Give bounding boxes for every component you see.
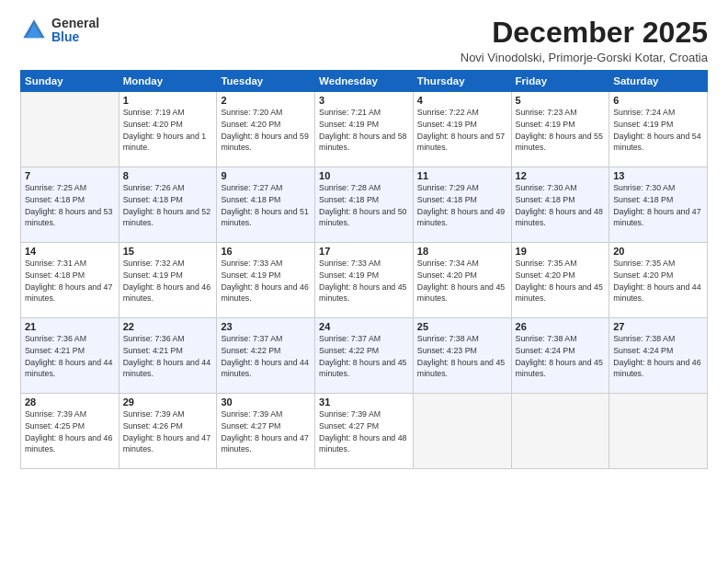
- day-number: 16: [221, 246, 311, 257]
- table-row: 4 Sunrise: 7:22 AMSunset: 4:19 PMDayligh…: [413, 92, 511, 167]
- day-info: Sunrise: 7:39 AMSunset: 4:26 PMDaylight:…: [123, 409, 210, 454]
- day-number: 25: [417, 321, 507, 332]
- table-row: 29 Sunrise: 7:39 AMSunset: 4:26 PMDaylig…: [119, 394, 217, 469]
- day-number: 27: [613, 321, 703, 332]
- day-number: 9: [221, 170, 311, 181]
- day-number: 22: [123, 321, 213, 332]
- day-number: 19: [516, 246, 606, 257]
- table-row: 20 Sunrise: 7:35 AMSunset: 4:20 PMDaylig…: [609, 243, 708, 318]
- calendar-week-row: 1 Sunrise: 7:19 AMSunset: 4:20 PMDayligh…: [21, 92, 708, 167]
- day-info: Sunrise: 7:23 AMSunset: 4:19 PMDaylight:…: [516, 108, 603, 152]
- header: General Blue December 2025 Novi Vinodols…: [20, 17, 708, 64]
- day-number: 24: [319, 321, 409, 332]
- table-row: 16 Sunrise: 7:33 AMSunset: 4:19 PMDaylig…: [217, 243, 315, 318]
- day-info: Sunrise: 7:25 AMSunset: 4:18 PMDaylight:…: [25, 183, 112, 227]
- day-info: Sunrise: 7:38 AMSunset: 4:24 PMDaylight:…: [613, 334, 700, 378]
- table-row: 8 Sunrise: 7:26 AMSunset: 4:18 PMDayligh…: [119, 167, 217, 243]
- day-info: Sunrise: 7:35 AMSunset: 4:20 PMDaylight:…: [516, 259, 603, 303]
- table-row: 7 Sunrise: 7:25 AMSunset: 4:18 PMDayligh…: [21, 167, 119, 243]
- day-info: Sunrise: 7:39 AMSunset: 4:25 PMDaylight:…: [25, 409, 112, 454]
- col-friday: Friday: [511, 71, 609, 92]
- day-number: 4: [417, 95, 507, 106]
- day-info: Sunrise: 7:19 AMSunset: 4:20 PMDaylight:…: [123, 108, 206, 152]
- day-number: 5: [516, 95, 606, 106]
- col-tuesday: Tuesday: [217, 71, 315, 92]
- day-info: Sunrise: 7:29 AMSunset: 4:18 PMDaylight:…: [417, 183, 505, 227]
- table-row: 19 Sunrise: 7:35 AMSunset: 4:20 PMDaylig…: [511, 243, 609, 318]
- day-number: 28: [25, 396, 115, 408]
- day-number: 30: [221, 396, 311, 408]
- calendar-week-row: 21 Sunrise: 7:36 AMSunset: 4:21 PMDaylig…: [21, 318, 708, 394]
- day-number: 31: [319, 396, 409, 408]
- day-number: 11: [417, 170, 507, 181]
- day-number: 29: [123, 396, 213, 408]
- calendar-table: Sunday Monday Tuesday Wednesday Thursday…: [20, 70, 708, 469]
- day-info: Sunrise: 7:26 AMSunset: 4:18 PMDaylight:…: [123, 183, 210, 227]
- table-row: 22 Sunrise: 7:36 AMSunset: 4:21 PMDaylig…: [119, 318, 217, 394]
- logo-text: General Blue: [51, 17, 99, 45]
- day-number: 15: [123, 246, 213, 257]
- day-number: 3: [319, 95, 409, 106]
- day-info: Sunrise: 7:37 AMSunset: 4:22 PMDaylight:…: [221, 334, 308, 378]
- day-info: Sunrise: 7:38 AMSunset: 4:24 PMDaylight:…: [516, 334, 603, 378]
- day-number: 6: [613, 95, 703, 106]
- table-row: 26 Sunrise: 7:38 AMSunset: 4:24 PMDaylig…: [511, 318, 609, 394]
- day-info: Sunrise: 7:39 AMSunset: 4:27 PMDaylight:…: [221, 409, 308, 454]
- day-info: Sunrise: 7:38 AMSunset: 4:23 PMDaylight:…: [417, 334, 505, 378]
- table-row: 18 Sunrise: 7:34 AMSunset: 4:20 PMDaylig…: [413, 243, 511, 318]
- day-info: Sunrise: 7:35 AMSunset: 4:20 PMDaylight:…: [613, 259, 700, 303]
- day-info: Sunrise: 7:30 AMSunset: 4:18 PMDaylight:…: [516, 183, 603, 227]
- table-row: 10 Sunrise: 7:28 AMSunset: 4:18 PMDaylig…: [315, 167, 414, 243]
- day-number: 21: [25, 321, 115, 332]
- month-title: December 2025: [461, 17, 708, 49]
- table-row: [609, 394, 708, 469]
- table-row: 11 Sunrise: 7:29 AMSunset: 4:18 PMDaylig…: [413, 167, 511, 243]
- day-number: 23: [221, 321, 311, 332]
- logo: General Blue: [20, 17, 99, 45]
- location-subtitle: Novi Vinodolski, Primorje-Gorski Kotar, …: [461, 51, 708, 64]
- logo-blue-label: Blue: [51, 30, 99, 44]
- table-row: 12 Sunrise: 7:30 AMSunset: 4:18 PMDaylig…: [511, 167, 609, 243]
- table-row: 9 Sunrise: 7:27 AMSunset: 4:18 PMDayligh…: [217, 167, 315, 243]
- table-row: 23 Sunrise: 7:37 AMSunset: 4:22 PMDaylig…: [217, 318, 315, 394]
- day-number: 20: [613, 246, 703, 257]
- day-number: 10: [319, 170, 409, 181]
- day-number: 14: [25, 246, 115, 257]
- day-info: Sunrise: 7:36 AMSunset: 4:21 PMDaylight:…: [123, 334, 210, 378]
- table-row: 30 Sunrise: 7:39 AMSunset: 4:27 PMDaylig…: [217, 394, 315, 469]
- table-row: [21, 92, 119, 167]
- col-thursday: Thursday: [413, 71, 511, 92]
- title-block: December 2025 Novi Vinodolski, Primorje-…: [461, 17, 708, 64]
- day-info: Sunrise: 7:31 AMSunset: 4:18 PMDaylight:…: [25, 259, 112, 303]
- col-wednesday: Wednesday: [315, 71, 414, 92]
- logo-icon: [20, 17, 48, 44]
- table-row: 28 Sunrise: 7:39 AMSunset: 4:25 PMDaylig…: [21, 394, 119, 469]
- day-number: 26: [516, 321, 606, 332]
- table-row: 21 Sunrise: 7:36 AMSunset: 4:21 PMDaylig…: [21, 318, 119, 394]
- day-number: 2: [221, 95, 311, 106]
- table-row: 1 Sunrise: 7:19 AMSunset: 4:20 PMDayligh…: [119, 92, 217, 167]
- day-info: Sunrise: 7:37 AMSunset: 4:22 PMDaylight:…: [319, 334, 406, 378]
- table-row: 14 Sunrise: 7:31 AMSunset: 4:18 PMDaylig…: [21, 243, 119, 318]
- table-row: 6 Sunrise: 7:24 AMSunset: 4:19 PMDayligh…: [609, 92, 708, 167]
- calendar-week-row: 14 Sunrise: 7:31 AMSunset: 4:18 PMDaylig…: [21, 243, 708, 318]
- logo-general-label: General: [51, 17, 99, 30]
- day-info: Sunrise: 7:36 AMSunset: 4:21 PMDaylight:…: [25, 334, 112, 378]
- table-row: 25 Sunrise: 7:38 AMSunset: 4:23 PMDaylig…: [413, 318, 511, 394]
- calendar-week-row: 28 Sunrise: 7:39 AMSunset: 4:25 PMDaylig…: [21, 394, 708, 469]
- table-row: 27 Sunrise: 7:38 AMSunset: 4:24 PMDaylig…: [609, 318, 708, 394]
- col-saturday: Saturday: [609, 71, 708, 92]
- col-sunday: Sunday: [21, 71, 119, 92]
- day-number: 18: [417, 246, 507, 257]
- table-row: 5 Sunrise: 7:23 AMSunset: 4:19 PMDayligh…: [511, 92, 609, 167]
- table-row: 24 Sunrise: 7:37 AMSunset: 4:22 PMDaylig…: [315, 318, 414, 394]
- table-row: 15 Sunrise: 7:32 AMSunset: 4:19 PMDaylig…: [119, 243, 217, 318]
- day-number: 1: [123, 95, 213, 106]
- day-info: Sunrise: 7:28 AMSunset: 4:18 PMDaylight:…: [319, 183, 406, 227]
- col-monday: Monday: [119, 71, 217, 92]
- table-row: 13 Sunrise: 7:30 AMSunset: 4:18 PMDaylig…: [609, 167, 708, 243]
- table-row: [413, 394, 511, 469]
- day-info: Sunrise: 7:34 AMSunset: 4:20 PMDaylight:…: [417, 259, 505, 303]
- day-info: Sunrise: 7:20 AMSunset: 4:20 PMDaylight:…: [221, 108, 308, 152]
- day-info: Sunrise: 7:24 AMSunset: 4:19 PMDaylight:…: [613, 108, 700, 152]
